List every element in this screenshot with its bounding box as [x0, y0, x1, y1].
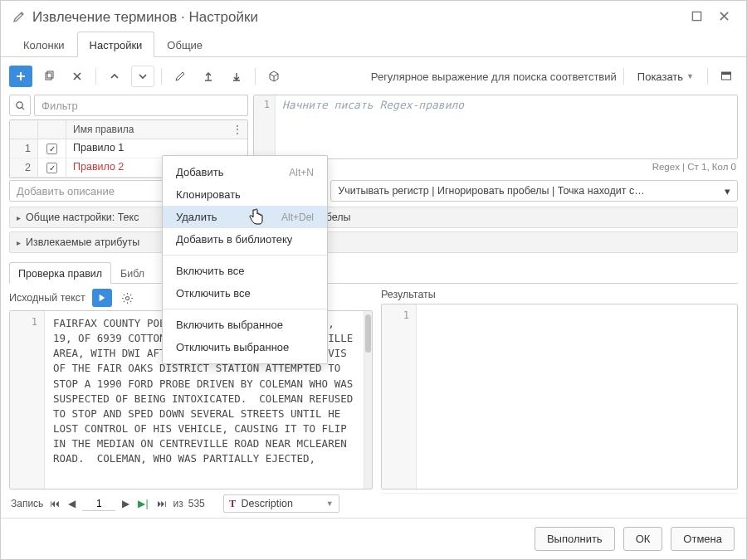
- results-view[interactable]: 1: [381, 304, 738, 489]
- results-footer: [381, 493, 738, 518]
- menu-disable-selected[interactable]: Отключить выбранное: [163, 336, 327, 358]
- editor-placeholder: Начните писать Regex-правило: [282, 99, 464, 111]
- close-icon[interactable]: [714, 11, 735, 24]
- menu-delete[interactable]: Удалить Alt+Del: [163, 206, 327, 228]
- record-navigator: Запись ⏮ ◀ ▶ ▶| ⏭ из 535 T Description ▼: [9, 489, 373, 518]
- copy-button[interactable]: [37, 66, 61, 87]
- menu-add[interactable]: Добавить Alt+N: [163, 161, 327, 183]
- ok-button[interactable]: ОК: [623, 527, 663, 551]
- accordion-attributes[interactable]: ▸ Извлекаемые атрибуты лонки): [9, 231, 738, 253]
- dialog-footer: Выполнить ОК Отмена: [1, 518, 746, 559]
- prev-record-button[interactable]: ◀: [66, 498, 77, 509]
- first-record-button[interactable]: ⏮: [48, 498, 61, 509]
- chevron-right-icon: ▸: [17, 213, 21, 222]
- results-gutter: 1: [382, 304, 417, 489]
- tab-library[interactable]: Библ: [111, 262, 154, 284]
- options-row: вила: Учитывать регистр | Игнорировать п…: [9, 178, 738, 207]
- play-button[interactable]: [92, 289, 112, 307]
- maximize-icon[interactable]: [686, 11, 707, 24]
- show-dropdown[interactable]: Показать ▼: [631, 67, 701, 86]
- separator: [95, 68, 96, 85]
- svg-rect-4: [722, 72, 731, 75]
- text-type-icon: T: [229, 497, 237, 510]
- titlebar: Извлечение терминов · Настройки: [1, 1, 746, 31]
- text-gutter: 1: [10, 311, 45, 489]
- search-icon[interactable]: [9, 95, 31, 116]
- run-button[interactable]: Выполнить: [535, 527, 615, 551]
- pencil-icon: [12, 10, 26, 26]
- add-rule-button[interactable]: [9, 66, 32, 87]
- chevron-down-icon: ▼: [326, 499, 334, 508]
- next-record-button[interactable]: ▶: [120, 498, 131, 509]
- tab-settings[interactable]: Настройки: [77, 32, 155, 57]
- separator: [623, 68, 624, 85]
- svg-point-6: [126, 296, 129, 299]
- filter-input[interactable]: [34, 95, 248, 116]
- svg-rect-2: [47, 71, 53, 78]
- of-label: из: [173, 498, 183, 509]
- inner-tabs: Проверка правил Библ: [9, 261, 738, 284]
- svg-rect-1: [46, 73, 51, 80]
- accordion-general[interactable]: ▸ Общие настройки: Текс Обрезать пробелы: [9, 207, 738, 228]
- main-tabs: Колонки Настройки Общие: [1, 31, 746, 57]
- menu-separator: [163, 255, 327, 256]
- menu-add-library[interactable]: Добавить в библиотеку: [163, 228, 327, 251]
- header-rule-name[interactable]: Имя правила: [66, 120, 227, 139]
- rule-options-dropdown[interactable]: Учитывать регистр | Игнорировать пробелы…: [330, 180, 738, 202]
- layout-toggle-icon[interactable]: [715, 66, 738, 87]
- field-name: Description: [241, 498, 293, 509]
- regex-editor[interactable]: 1 Начните писать Regex-правило: [253, 95, 738, 159]
- context-menu[interactable]: Добавить Alt+N Клонировать Удалить Alt+D…: [162, 155, 328, 364]
- accordion-label: Извлекаемые атрибуты: [26, 236, 139, 248]
- settings-dialog: Извлечение терминов · Настройки Колонки …: [0, 0, 747, 560]
- svg-rect-0: [692, 12, 701, 20]
- chevron-right-icon: ▸: [17, 238, 21, 247]
- content-area: Регулярное выражение для поиска соответс…: [1, 57, 746, 518]
- editor-gutter: 1: [254, 95, 276, 158]
- next-match-button[interactable]: ▶|: [136, 498, 149, 509]
- column-menu-icon[interactable]: ⋮: [227, 120, 247, 139]
- gear-icon[interactable]: [119, 289, 137, 307]
- move-up-button[interactable]: [103, 66, 126, 87]
- cancel-button[interactable]: Отмена: [671, 527, 735, 551]
- show-label: Показать: [637, 71, 683, 83]
- delete-button[interactable]: [66, 66, 89, 87]
- menu-disable-all[interactable]: Отключить все: [163, 282, 327, 304]
- chevron-down-icon: ▾: [725, 185, 730, 197]
- options-value: Учитывать регистр | Игнорировать пробелы…: [338, 185, 644, 197]
- field-select[interactable]: T Description ▼: [223, 494, 339, 513]
- last-record-button[interactable]: ⏭: [155, 498, 168, 509]
- toolbar: Регулярное выражение для поиска соответс…: [9, 62, 738, 95]
- checkbox-icon[interactable]: ✓: [46, 144, 57, 154]
- menu-enable-selected[interactable]: Включить выбранное: [163, 314, 327, 336]
- menu-enable-all[interactable]: Включить все: [163, 260, 327, 282]
- checkbox-icon[interactable]: ✓: [46, 163, 57, 173]
- edit-button[interactable]: [168, 66, 192, 87]
- menu-separator: [163, 309, 327, 309]
- record-index-input[interactable]: [82, 497, 115, 511]
- menu-clone[interactable]: Клонировать: [163, 183, 327, 206]
- separator: [255, 68, 256, 85]
- upload-button[interactable]: [197, 66, 220, 87]
- tab-general[interactable]: Общие: [154, 32, 215, 57]
- tab-rule-test[interactable]: Проверка правил: [9, 262, 111, 284]
- accordion-label: Общие настройки: Текс: [26, 212, 139, 223]
- window-title: Извлечение терминов · Настройки: [32, 9, 680, 26]
- chevron-down-icon: ▼: [686, 72, 694, 80]
- results-pane: Результаты 1: [381, 289, 738, 518]
- svg-point-5: [16, 101, 22, 107]
- download-button[interactable]: [225, 66, 248, 87]
- cube-icon[interactable]: [262, 66, 286, 87]
- regex-hint-label: Регулярное выражение для поиска соответс…: [371, 71, 617, 83]
- separator: [707, 68, 708, 85]
- source-label: Исходный текст: [9, 292, 85, 304]
- tab-columns[interactable]: Колонки: [11, 32, 77, 57]
- grid-header: Имя правила ⋮: [10, 120, 247, 139]
- scrollbar[interactable]: [364, 311, 372, 489]
- move-down-button[interactable]: [131, 66, 154, 87]
- results-body: [417, 304, 737, 489]
- separator: [161, 68, 162, 85]
- record-total: 535: [188, 498, 205, 509]
- results-label: Результаты: [381, 289, 436, 300]
- upper-split: Имя правила ⋮ 1 ✓ Правило 1 2 ✓ Правило …: [9, 95, 738, 178]
